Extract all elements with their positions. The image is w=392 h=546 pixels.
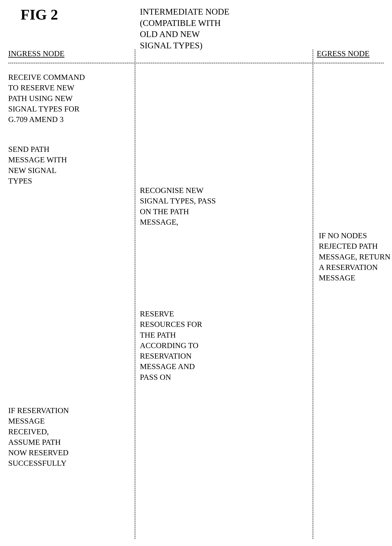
egress-node-header: EGRESS NODE	[317, 49, 370, 58]
if-no-nodes-block: IF NO NODESREJECTED PATHMESSAGE, RETURNA…	[319, 230, 390, 283]
send-path-block: SEND PATHMESSAGE WITHNEW SIGNALTYPES	[8, 144, 67, 186]
ingress-node-header: INGRESS NODE	[8, 49, 64, 58]
diagram-container: FIG 2 INTERMEDIATE NODE (COMPATIBLE WITH…	[0, 0, 392, 546]
if-reservation-block: IF RESERVATIONMESSAGERECEIVED,ASSUME PAT…	[8, 405, 69, 469]
right-column-divider	[313, 49, 313, 539]
intermediate-node-header: INTERMEDIATE NODE (COMPATIBLE WITH OLD A…	[140, 6, 229, 51]
reserve-resources-block: RESERVERESOURCES FORTHE PATHACCORDING TO…	[140, 309, 202, 383]
figure-label: FIG 2	[20, 6, 58, 23]
header-separator-line	[8, 63, 384, 63]
left-column-divider	[135, 49, 135, 539]
recognise-new-block: RECOGNISE NEWSIGNAL TYPES, PASSON THE PA…	[140, 185, 216, 227]
receive-command-block: RECEIVE COMMANDTO RESERVE NEWPATH USING …	[8, 72, 85, 125]
